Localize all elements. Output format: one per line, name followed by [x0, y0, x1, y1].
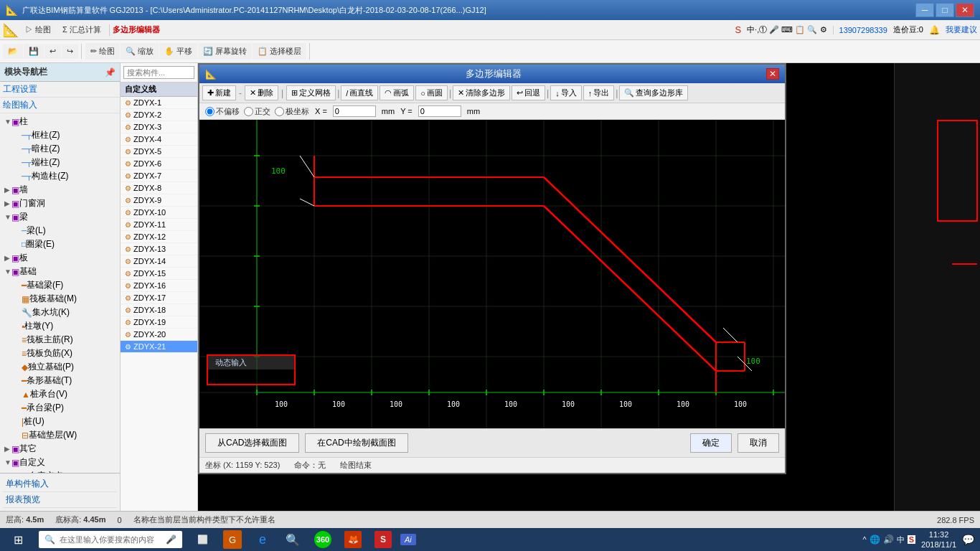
- comp-item-zdyx14[interactable]: ⚙ZDYX-14: [121, 255, 197, 268]
- new-btn[interactable]: ✚ 新建: [202, 85, 236, 100]
- comp-item-zdyx15[interactable]: ⚙ZDYX-15: [121, 268, 197, 280]
- draw-btn[interactable]: ✏ 绘图: [85, 43, 120, 60]
- comp-item-zdyx5[interactable]: ⚙ZDYX-5: [121, 146, 197, 158]
- tree-item-zidingyi[interactable]: ▼ ▣ 自定义: [1, 456, 118, 469]
- tree-item-ban[interactable]: ▶ ▣ 板: [1, 251, 118, 265]
- radio-no-offset[interactable]: [205, 107, 215, 116]
- toolbar-sigma[interactable]: Σ 汇总计算: [57, 22, 106, 38]
- select-floor-btn[interactable]: 📋 选择楼层: [253, 43, 306, 60]
- help-link[interactable]: 我要建议: [946, 24, 977, 35]
- tree-item-qiang[interactable]: ▶ ▣ 墙: [1, 183, 118, 197]
- comp-item-zdyx12[interactable]: ⚙ZDYX-12: [121, 231, 197, 243]
- mode-polar[interactable]: 极坐标: [275, 106, 309, 117]
- cad-select-section-btn[interactable]: 从CAD选择截面图: [205, 433, 299, 453]
- app-search2[interactable]: 🔍: [278, 528, 307, 551]
- maximize-button[interactable]: □: [936, 3, 954, 17]
- comp-item-zdyx17[interactable]: ⚙ZDYX-17: [121, 292, 197, 304]
- comp-item-zdyx1[interactable]: ⚙ZDYX-1: [121, 97, 197, 109]
- undo-btn[interactable]: ↩ 回退: [512, 85, 545, 100]
- app-fox[interactable]: 🦊: [339, 528, 367, 551]
- cad-draw-section-btn[interactable]: 在CAD中绘制截面图: [305, 433, 407, 453]
- app-ie[interactable]: e: [248, 528, 277, 551]
- app-taskview[interactable]: ⬜: [188, 528, 217, 551]
- define-grid-btn[interactable]: ⊞ 定义网格: [286, 85, 336, 100]
- tree-item-jichu[interactable]: ▼ ▣ 基础: [1, 265, 118, 278]
- tree-item-liang[interactable]: ▼ ▣ 梁: [1, 210, 118, 224]
- app-software[interactable]: G: [218, 528, 247, 551]
- comp-item-zdyx20[interactable]: ⚙ZDYX-20: [121, 329, 197, 341]
- comp-item-zdyx7[interactable]: ⚙ZDYX-7: [121, 170, 197, 182]
- notify-icon[interactable]: 🔔: [929, 25, 940, 35]
- tree-item-zhuang[interactable]: | 桩(U): [1, 415, 118, 428]
- sidebar-pin[interactable]: 📌: [105, 67, 116, 77]
- tree-item-anzhu[interactable]: ─┬ 暗柱(Z): [1, 142, 118, 156]
- dynamic-input-box[interactable]: 动态输入: [207, 354, 296, 385]
- open-btn[interactable]: 📂: [3, 44, 23, 59]
- tree-item-zhu[interactable]: ▼ ▣ 柱: [1, 115, 118, 128]
- comp-list-scroll[interactable]: ⚙ZDYX-1 ⚙ZDYX-2 ⚙ZDYX-3 ⚙ZDYX-4 ⚙ZDYX-5 …: [121, 97, 197, 511]
- ai-label[interactable]: Ai: [400, 534, 416, 545]
- app-360[interactable]: 360: [308, 528, 337, 551]
- comp-item-zdyx3[interactable]: ⚙ZDYX-3: [121, 121, 197, 133]
- tree-item-gouzhu[interactable]: ─┬ 构造柱(Z): [1, 169, 118, 183]
- tree-item-jishukeng[interactable]: 🔧 集水坑(K): [1, 306, 118, 319]
- query-library-btn[interactable]: 🔍 查询多边形库: [619, 85, 688, 100]
- tree-item-kuangzhu[interactable]: ─┬ 框柱(Z): [1, 128, 118, 142]
- pan-btn[interactable]: ✋ 平移: [159, 43, 197, 60]
- sogou-small-icon[interactable]: S: [908, 535, 915, 544]
- network-icon[interactable]: 🌐: [870, 534, 880, 545]
- minimize-button[interactable]: ─: [915, 3, 934, 17]
- tree-item-chengtailiang[interactable]: ━ 承台梁(P): [1, 401, 118, 415]
- rotate-btn[interactable]: 🔄 屏幕旋转: [198, 43, 252, 60]
- import-btn[interactable]: ↓ 导入: [550, 85, 582, 100]
- comp-item-zdyx2[interactable]: ⚙ZDYX-2: [121, 109, 197, 121]
- comp-item-zdyx10[interactable]: ⚙ZDYX-10: [121, 207, 197, 219]
- caret-icon[interactable]: ^: [863, 535, 867, 544]
- sidebar-section-draw[interactable]: 绘图输入: [0, 98, 120, 113]
- comp-item-zdyx13[interactable]: ⚙ZDYX-13: [121, 243, 197, 255]
- comp-item-zdyx8[interactable]: ⚙ZDYX-8: [121, 182, 197, 194]
- ime-icon[interactable]: 中: [897, 534, 905, 545]
- comp-item-zdyx9[interactable]: ⚙ZDYX-9: [121, 194, 197, 207]
- taskbar-clock[interactable]: 11:32 2018/11/1: [921, 529, 956, 550]
- zoom-btn[interactable]: 🔍 缩放: [121, 43, 159, 60]
- radio-orthogonal[interactable]: [244, 107, 253, 116]
- undo-btn[interactable]: ↩: [44, 44, 61, 59]
- draw-arc-btn[interactable]: ◠ 画弧: [380, 85, 414, 100]
- tree-item-quanliang[interactable]: □ 圈梁(E): [1, 237, 118, 251]
- comp-item-zdyx4[interactable]: ⚙ZDYX-4: [121, 133, 197, 146]
- tree-item-jichu-deng[interactable]: ⊟ 基础垫层(W): [1, 428, 118, 442]
- dialog-close-button[interactable]: ✕: [766, 68, 779, 80]
- cancel-btn[interactable]: 取消: [738, 433, 779, 453]
- comp-item-zdyx11[interactable]: ⚙ZDYX-11: [121, 219, 197, 231]
- tree-item-zhuangtai[interactable]: ▲ 桩承台(V): [1, 387, 118, 401]
- tree-item-qita[interactable]: ▶ ▣ 其它: [1, 442, 118, 456]
- comp-item-zdyx21[interactable]: ⚙ZDYX-21: [121, 341, 197, 353]
- sidebar-section-settings[interactable]: 工程设置: [0, 82, 120, 98]
- dialog-canvas[interactable]: 100 100 100 100 100 100 100 100 100 100 …: [199, 120, 785, 428]
- report-preview[interactable]: 报表预览: [3, 492, 117, 508]
- dynamic-input-field[interactable]: [208, 369, 294, 384]
- single-member-input[interactable]: 单构件输入: [3, 476, 117, 492]
- tree-item-jichuL[interactable]: ━ 基础梁(F): [1, 278, 118, 292]
- comp-item-zdyx19[interactable]: ⚙ZDYX-19: [121, 316, 197, 329]
- tree-item-tiaojichu[interactable]: ━ 条形基础(T): [1, 374, 118, 387]
- mode-orthogonal[interactable]: 正交: [244, 106, 270, 117]
- volume-icon[interactable]: 🔊: [883, 534, 894, 545]
- comp-item-zdyx6[interactable]: ⚙ZDYX-6: [121, 158, 197, 170]
- tree-item-zhudun[interactable]: ▪ 柱墩(Y): [1, 319, 118, 333]
- taskbar-search-box[interactable]: 🔍 在这里输入你要搜索的内容 🎤: [39, 531, 182, 548]
- export-btn[interactable]: ↑ 导出: [583, 85, 615, 100]
- start-button[interactable]: ⊞: [0, 528, 36, 551]
- tree-item-fabanzfu[interactable]: ≡ 筏板负筋(X): [1, 347, 118, 360]
- tree-item-duli[interactable]: ◆ 独立基础(P): [1, 360, 118, 374]
- clear-btn[interactable]: ✕ 清除多边形: [453, 85, 510, 100]
- delete-btn[interactable]: ✕ 删除: [245, 85, 278, 100]
- confirm-btn[interactable]: 确定: [690, 433, 732, 453]
- search-input[interactable]: [123, 66, 194, 79]
- tree-item-faban[interactable]: ▦ 筏板基础(M): [1, 292, 118, 306]
- redo-btn[interactable]: ↪: [62, 44, 78, 59]
- tree-item-menchuang[interactable]: ▶ ▣ 门窗洞: [1, 197, 118, 210]
- comp-item-zdyx16[interactable]: ⚙ZDYX-16: [121, 280, 197, 292]
- tree-item-duanzhu[interactable]: ─┬ 端柱(Z): [1, 156, 118, 169]
